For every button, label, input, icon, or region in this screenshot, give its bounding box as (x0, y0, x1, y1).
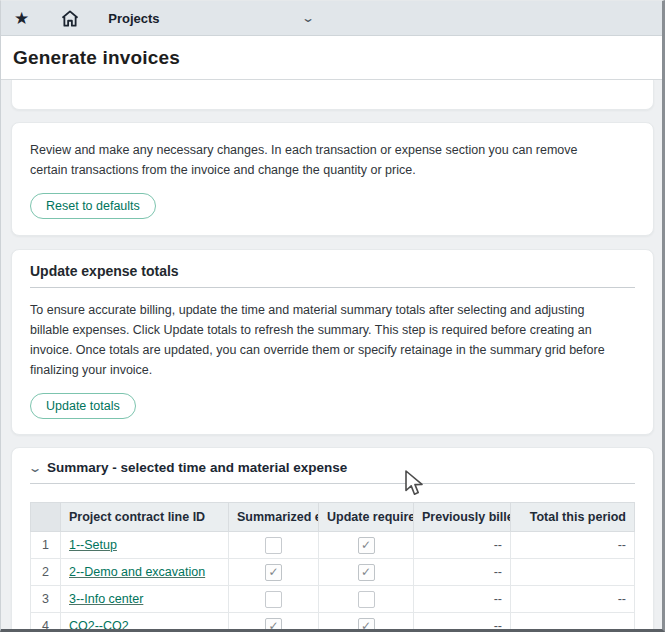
table-row: 33--Info center---- (31, 586, 635, 613)
contract-line-link[interactable]: 2--Demo and excavation (69, 565, 205, 579)
contract-line-link[interactable]: 1--Setup (69, 538, 117, 552)
app-selector[interactable]: Projects (108, 11, 159, 26)
scrolled-card-remnant (11, 80, 654, 110)
table-header-row: Project contract line ID Summarized entr… (31, 503, 635, 532)
summary-section-heading: Summary - selected time and material exp… (47, 460, 347, 475)
previously-billed-value: -- (414, 586, 511, 613)
update-required-checkbox[interactable]: ✓ (358, 537, 375, 554)
update-totals-button[interactable]: Update totals (30, 393, 136, 419)
previously-billed-value: -- (414, 613, 511, 632)
update-required-checkbox[interactable] (358, 591, 375, 608)
review-instructions-text: Review and make any necessary changes. I… (30, 140, 590, 180)
row-number: 4 (31, 613, 61, 632)
summarized-entries-checkbox[interactable]: ✓ (265, 618, 282, 632)
summary-table-body: 11--Setup✓----22--Demo and excavation✓✓-… (31, 532, 635, 632)
reset-to-defaults-button[interactable]: Reset to defaults (30, 193, 156, 219)
col-header-project-contract-line-id[interactable]: Project contract line ID (61, 503, 229, 532)
update-totals-section-card: Update expense totals To ensure accurate… (11, 249, 654, 435)
table-row: 4CO2--CO2✓✓-- (31, 613, 635, 632)
page-title: Generate invoices (13, 47, 180, 69)
page-header: Generate invoices (1, 36, 662, 80)
col-header-total-this-period[interactable]: Total this period (511, 503, 635, 532)
col-header-update-required[interactable]: Update required (319, 503, 414, 532)
summarized-entries-checkbox[interactable] (265, 591, 282, 608)
summary-section-card: ⌄ Summary - selected time and material e… (11, 447, 654, 632)
col-header-row-number (31, 503, 61, 532)
home-icon[interactable] (61, 10, 79, 27)
previously-billed-value: -- (414, 532, 511, 559)
review-section-card: Review and make any necessary changes. I… (11, 122, 654, 236)
table-row: 11--Setup✓---- (31, 532, 635, 559)
row-number: 3 (31, 586, 61, 613)
update-required-checkbox[interactable]: ✓ (358, 564, 375, 581)
table-row: 22--Demo and excavation✓✓-- (31, 559, 635, 586)
col-header-previously-billed[interactable]: Previously billed (414, 503, 511, 532)
update-section-heading: Update expense totals (30, 263, 635, 288)
summarized-entries-checkbox[interactable] (265, 537, 282, 554)
update-instructions-text: To ensure accurate billing, update the t… (30, 300, 615, 380)
row-number: 1 (31, 532, 61, 559)
summarized-entries-checkbox[interactable]: ✓ (265, 564, 282, 581)
update-required-checkbox[interactable]: ✓ (358, 618, 375, 632)
star-icon[interactable]: ★ (14, 10, 29, 27)
row-number: 2 (31, 559, 61, 586)
total-this-period-value: -- (511, 586, 635, 613)
page-content: Review and make any necessary changes. I… (1, 80, 662, 632)
col-header-summarized-entries[interactable]: Summarized entries (229, 503, 319, 532)
chevron-down-icon[interactable]: ⌄ (301, 11, 315, 25)
app-window: ★ Projects ⌄ Generate invoices Review an… (0, 0, 665, 632)
previously-billed-value: -- (414, 559, 511, 586)
summary-section-toggle[interactable]: ⌄ Summary - selected time and material e… (30, 460, 635, 484)
chevron-down-icon: ⌄ (27, 461, 42, 475)
total-this-period-value (511, 559, 635, 586)
top-navigation-bar: ★ Projects ⌄ (1, 1, 662, 36)
contract-line-link[interactable]: CO2--CO2 (69, 619, 129, 632)
summary-table: Project contract line ID Summarized entr… (30, 502, 635, 632)
total-this-period-value: -- (511, 532, 635, 559)
contract-line-link[interactable]: 3--Info center (69, 592, 143, 606)
total-this-period-value (511, 613, 635, 632)
